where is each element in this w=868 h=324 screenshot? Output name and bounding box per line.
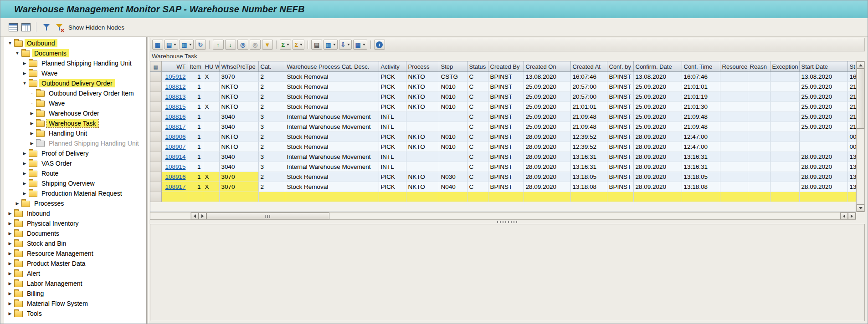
wt-link[interactable]: 108817: [165, 123, 185, 130]
wt-link[interactable]: 108916: [165, 173, 185, 180]
row-selector[interactable]: [150, 172, 161, 182]
expand-icon[interactable]: ▶: [7, 278, 13, 289]
expand-icon[interactable]: ▶: [21, 178, 28, 188]
information-icon[interactable]: i: [374, 40, 385, 50]
column-header-created_by[interactable]: Created By: [488, 61, 524, 72]
column-header-reasn[interactable]: Reasn: [748, 61, 770, 72]
set-filter-icon[interactable]: ▼: [262, 40, 273, 50]
find-next-icon[interactable]: ◎: [250, 40, 261, 50]
tree-item-processes[interactable]: ▶Processes: [4, 198, 146, 208]
wt-link[interactable]: 108815: [165, 103, 185, 110]
show-hidden-nodes-button[interactable]: Show Hidden Nodes: [68, 24, 124, 31]
scroll-up-icon[interactable]: [857, 61, 864, 69]
choose-layout-icon[interactable]: ▦: [353, 40, 367, 50]
tree-item-route[interactable]: ▶Route: [4, 168, 146, 178]
column-header-conf_by[interactable]: Conf. by: [607, 61, 633, 72]
tree-item-alert[interactable]: ▶Alert: [4, 268, 146, 278]
sort-ascending-icon[interactable]: ↑: [213, 40, 224, 50]
vertical-scroll-thumb[interactable]: [857, 69, 864, 129]
column-header-item[interactable]: Item: [188, 61, 203, 72]
expand-icon[interactable]: ▶: [21, 58, 28, 68]
column-header-resource[interactable]: Resource: [720, 61, 748, 72]
column-header-status[interactable]: Status: [467, 61, 488, 72]
scroll-right-end-icon[interactable]: [848, 213, 856, 219]
filter-nodes-icon[interactable]: [40, 21, 53, 34]
expand-icon[interactable]: ▶: [14, 198, 21, 208]
pane-splitter-horizontal[interactable]: [150, 220, 865, 224]
tree-item-warehouse-order[interactable]: ▶Warehouse Order: [4, 108, 146, 118]
scroll-down-icon[interactable]: [857, 204, 864, 212]
column-header-process[interactable]: Process: [406, 61, 439, 72]
tree-item-planned-shipping-handling-unit[interactable]: ▶Planned Shipping Handling Unit: [4, 58, 146, 68]
find-icon[interactable]: ◎: [237, 40, 248, 50]
delete-filter-icon[interactable]: [53, 21, 66, 34]
tree-item-outbound-delivery-order[interactable]: ▼Outbound Delivery Order: [4, 78, 146, 88]
column-header-wt[interactable]: WT: [161, 61, 188, 72]
expand-icon[interactable]: ▶: [21, 188, 28, 198]
column-header-created_at[interactable]: Created At: [570, 61, 607, 72]
row-selector[interactable]: [150, 132, 161, 142]
refresh-icon[interactable]: ↻: [195, 40, 206, 50]
tree-item-inbound[interactable]: ▶Inbound: [4, 208, 146, 218]
expand-icon[interactable]: ▶: [21, 148, 28, 158]
column-header-hu_wt[interactable]: HU WT: [203, 61, 219, 72]
tree-item-outbound[interactable]: ▼Outbound: [4, 38, 146, 48]
row-selector[interactable]: [150, 162, 161, 172]
horizontal-scroll-track[interactable]: [329, 213, 840, 219]
tree-item-proof-of-delivery[interactable]: ▶Proof of Delivery: [4, 148, 146, 158]
wt-link[interactable]: 105912: [165, 73, 185, 80]
wt-link[interactable]: 108917: [165, 183, 185, 190]
check-entries-icon[interactable]: ▤: [164, 40, 178, 50]
expand-icon[interactable]: ▶: [29, 118, 35, 128]
tree-item-resource-management[interactable]: ▶Resource Management: [4, 248, 146, 258]
scroll-left-icon[interactable]: [191, 213, 199, 219]
tree-item-stock-and-bin[interactable]: ▶Stock and Bin: [4, 238, 146, 248]
wt-link[interactable]: 108914: [165, 153, 185, 160]
expand-icon[interactable]: ▶: [7, 218, 13, 228]
column-header-confirm_date[interactable]: Confirm. Date: [633, 61, 682, 72]
wt-link[interactable]: 108816: [165, 113, 185, 120]
row-selector[interactable]: [150, 192, 161, 202]
row-selector[interactable]: [150, 82, 161, 92]
expand-icon[interactable]: ▶: [7, 289, 13, 299]
tree-item-documents[interactable]: ▶Documents: [4, 228, 146, 238]
tree-item-shipping-overview[interactable]: ▶Shipping Overview: [4, 178, 146, 188]
horizontal-scrollbar[interactable]: [150, 212, 856, 220]
column-header-cat[interactable]: Cat.: [258, 61, 285, 72]
row-selector[interactable]: [150, 112, 161, 122]
horizontal-scroll-thumb[interactable]: [206, 213, 329, 219]
expand-icon[interactable]: ▶: [7, 299, 13, 309]
tree-item-outbound-delivery-order-item[interactable]: ·Outbound Delivery Order Item: [4, 88, 146, 98]
expand-icon[interactable]: ▶: [7, 309, 13, 319]
wt-link[interactable]: 108915: [165, 163, 185, 170]
column-header-start_time[interactable]: St: [847, 61, 856, 72]
column-header-whse_prc_tpe[interactable]: WhsePrcTpe: [219, 61, 258, 72]
subtotals-icon[interactable]: Σ: [293, 40, 304, 50]
scroll-left-end-icon[interactable]: [840, 213, 848, 219]
row-selector[interactable]: [150, 92, 161, 102]
tree-item-vas-order[interactable]: ▶VAS Order: [4, 158, 146, 168]
collapse-icon[interactable]: ▼: [21, 78, 28, 88]
expand-icon[interactable]: ▶: [7, 258, 13, 268]
vertical-scroll-track[interactable]: [857, 129, 864, 204]
export-icon[interactable]: ⇩: [339, 40, 352, 50]
expand-icon[interactable]: ▶: [29, 138, 35, 148]
column-header-step[interactable]: Step: [439, 61, 467, 72]
tree-item-tools[interactable]: ▶Tools: [4, 309, 146, 319]
tree-item-material-flow-system[interactable]: ▶Material Flow System: [4, 299, 146, 309]
total-icon[interactable]: Σ: [280, 40, 292, 50]
wt-link[interactable]: 108906: [165, 133, 185, 140]
wt-link[interactable]: 108812: [165, 83, 185, 90]
expand-icon[interactable]: ▶: [7, 268, 13, 278]
expand-icon[interactable]: ▶: [7, 248, 13, 258]
collapse-icon[interactable]: ▼: [7, 38, 13, 48]
expand-icon[interactable]: ▶: [21, 168, 28, 178]
sort-descending-icon[interactable]: ↓: [225, 40, 236, 50]
expand-icon[interactable]: ▶: [29, 108, 35, 118]
layout-icon[interactable]: [20, 21, 32, 34]
column-header-proc_desc[interactable]: Warehouse Process Cat. Desc.: [285, 61, 379, 72]
tree-item-planned-shipping-handling-unit[interactable]: ▶Planned Shipping Handling Unit: [4, 138, 146, 148]
scroll-right-icon[interactable]: [199, 213, 206, 219]
row-selector[interactable]: [150, 102, 161, 112]
tree-item-labor-management[interactable]: ▶Labor Management: [4, 278, 146, 289]
